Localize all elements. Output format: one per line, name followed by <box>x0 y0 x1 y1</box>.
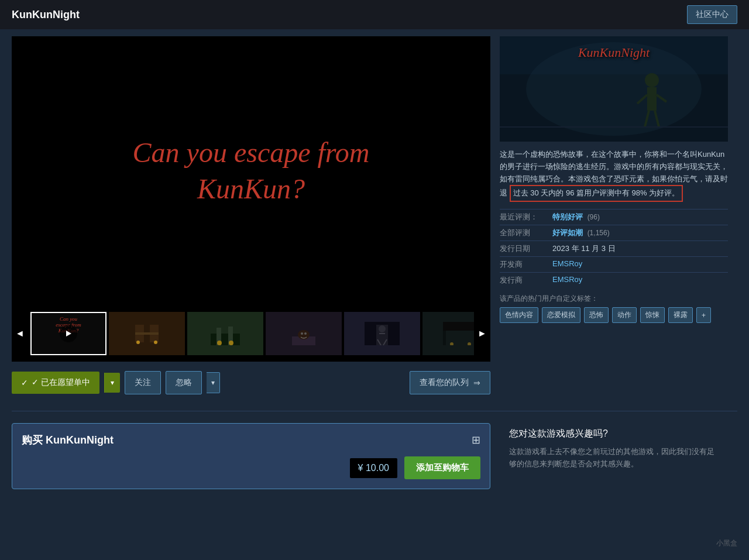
thumbnail-item[interactable] <box>266 312 342 355</box>
thumb-play-icon <box>60 325 77 342</box>
svg-point-17 <box>304 332 307 335</box>
buy-title: 购买 KunKunNight <box>22 433 114 447</box>
publisher-link[interactable]: EMSRoy <box>552 275 582 284</box>
buy-section: 购买 KunKunNight ⊞ ¥ 10.00 添加至购物车 <box>12 423 490 489</box>
view-queue-button[interactable]: 查看您的队列 ⇒ <box>410 371 490 394</box>
thumb-inner <box>424 313 474 354</box>
review-row-dev: 开发商 EMSRoy <box>500 256 728 272</box>
review-value-date: 2023 年 11 月 3 日 <box>552 243 616 254</box>
svg-point-20 <box>379 325 386 332</box>
watermark: 小黑盒 <box>716 538 737 548</box>
video-overlay-text: Can you escape from KunKun? <box>133 135 370 208</box>
queue-arrow-icon: ⇒ <box>473 378 480 387</box>
thumb-prev-button[interactable]: ◄ <box>12 310 28 357</box>
review-label-date: 发行日期 <box>500 243 552 254</box>
svg-point-33 <box>645 73 659 87</box>
review-row-recent: 最近评测： 特别好评 (96) <box>500 209 728 225</box>
wishlist-button[interactable]: ✓ ✓ 已在愿望单中 <box>12 372 99 394</box>
tags-list: 色情内容 恋爱模拟 恐怖 动作 惊悚 裸露 + <box>500 307 728 323</box>
app-title: KunKunNight <box>12 9 80 21</box>
action-buttons: ✓ ✓ 已在愿望单中 ▾ 关注 忽略 ▾ 查看您的队列 ⇒ <box>12 362 490 404</box>
review-label-recent: 最近评测： <box>500 212 552 222</box>
thumb-inner <box>188 313 262 354</box>
thumbnail-item[interactable]: Can youescape fromKunKun? <box>30 312 106 355</box>
interest-title: 您对这款游戏感兴趣吗? <box>509 428 719 440</box>
review-value-dev: EMSRoy <box>552 259 582 268</box>
thumb-inner <box>110 313 184 354</box>
thumb-inner <box>345 313 419 354</box>
review-row-date: 发行日期 2023 年 11 月 3 日 <box>500 241 728 256</box>
follow-button[interactable]: 关注 <box>125 371 161 394</box>
tag-thriller[interactable]: 惊悚 <box>640 307 665 323</box>
review-label-all: 全部评测 <box>500 228 552 238</box>
interest-section: 您对这款游戏感兴趣吗? 这款游戏看上去不像您之前玩过的其他游戏，因此我们没有足够… <box>500 418 728 480</box>
svg-rect-8 <box>211 334 240 345</box>
review-label-pub: 发行商 <box>500 275 552 286</box>
review-value-pub: EMSRoy <box>552 275 582 284</box>
review-value-all: 好评如潮 (1,156) <box>552 228 610 238</box>
review-row-pub: 发行商 EMSRoy <box>500 272 728 288</box>
thumbnails-list: Can youescape fromKunKun? <box>28 312 474 355</box>
review-value-recent: 特别好评 (96) <box>552 212 600 222</box>
svg-marker-0 <box>66 331 71 336</box>
tag-nudity[interactable]: 裸露 <box>668 307 693 323</box>
review-row-all: 全部评测 好评如潮 (1,156) <box>500 225 728 241</box>
bottom-panel: 购买 KunKunNight ⊞ ¥ 10.00 添加至购物车 您对这款游戏感兴… <box>0 411 749 496</box>
tag-more-button[interactable]: + <box>696 307 711 323</box>
bottom-left: 购买 KunKunNight ⊞ ¥ 10.00 添加至购物车 <box>12 418 490 489</box>
right-column: KunKunNight 这是一个虚构的恐怖故事，在这个故事中，你将和一个名叫Ku… <box>500 36 728 404</box>
thumb-next-button[interactable]: ► <box>474 310 490 357</box>
buy-footer: ¥ 10.00 添加至购物车 <box>22 456 480 479</box>
interest-description: 这款游戏看上去不像您之前玩过的其他游戏，因此我们没有足够的信息来判断您是否会对其… <box>509 446 719 470</box>
review-label-dev: 开发商 <box>500 259 552 270</box>
svg-point-16 <box>301 332 303 335</box>
wishlist-check-icon: ✓ <box>21 378 28 387</box>
thumbnails-strip: ◄ Can youescape fromKunKun? <box>12 305 490 362</box>
game-thumbnail: KunKunNight <box>500 36 728 142</box>
svg-point-6 <box>154 341 157 344</box>
tag-romance-sim[interactable]: 恋爱模拟 <box>542 307 580 323</box>
community-center-button[interactable]: 社区中心 <box>687 5 737 24</box>
svg-point-11 <box>217 341 222 345</box>
video-player[interactable]: Can you escape from KunKun? <box>12 36 490 305</box>
tag-horror[interactable]: 恐怖 <box>584 307 609 323</box>
main-content: Can you escape from KunKun? ◄ Can youesc… <box>0 29 749 411</box>
svg-rect-26 <box>443 322 474 331</box>
bottom-right: 您对这款游戏感兴趣吗? 这款游戏看上去不像您之前玩过的其他游戏，因此我们没有足够… <box>500 418 728 489</box>
thumbnail-item[interactable] <box>422 312 474 355</box>
svg-point-12 <box>229 341 233 345</box>
svg-point-5 <box>136 341 140 344</box>
wishlist-dropdown-button[interactable]: ▾ <box>104 373 120 393</box>
app-header: KunKunNight 社区中心 <box>0 0 749 29</box>
price-tag: ¥ 10.00 <box>350 458 397 478</box>
game-thumb-title: KunKunNight <box>578 45 650 60</box>
tag-action[interactable]: 动作 <box>612 307 637 323</box>
windows-icon: ⊞ <box>472 434 480 446</box>
thumbnail-item[interactable] <box>344 312 420 355</box>
developer-link[interactable]: EMSRoy <box>552 259 582 268</box>
svg-rect-34 <box>647 87 657 111</box>
reviews-table: 最近评测： 特别好评 (96) 全部评测 好评如潮 (1,156) 发行日期 2… <box>500 209 728 288</box>
game-description: 这是一个虚构的恐怖故事，在这个故事中，你将和一个名叫KunKun的男子进行一场惊… <box>500 149 728 202</box>
svg-rect-4 <box>135 332 159 335</box>
thumbnail-item[interactable] <box>187 312 263 355</box>
thumb-inner <box>267 313 341 354</box>
review-highlight: 过去 30 天内的 96 篇用户评测中有 98% 为好评。 <box>510 185 683 202</box>
left-column: Can you escape from KunKun? ◄ Can youesc… <box>12 36 490 404</box>
ignore-button[interactable]: 忽略 <box>166 371 202 394</box>
thumbnail-item[interactable] <box>109 312 185 355</box>
buy-header: 购买 KunKunNight ⊞ <box>22 433 480 447</box>
ignore-dropdown-button[interactable]: ▾ <box>207 372 220 393</box>
tag-adult-content[interactable]: 色情内容 <box>500 307 538 323</box>
add-to-cart-button[interactable]: 添加至购物车 <box>404 456 480 479</box>
tags-label: 该产品的热门用户自定义标签： <box>500 294 728 304</box>
